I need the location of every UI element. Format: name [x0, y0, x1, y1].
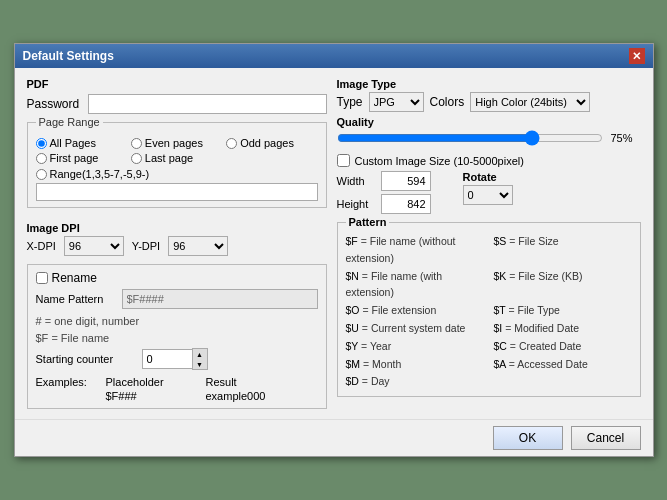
page-range-section: Page Range All Pages Even pages Odd p: [27, 122, 327, 208]
pattern-item-Y: $Y = Year: [346, 338, 484, 355]
rename-label: Rename: [52, 271, 97, 285]
width-row: Width: [337, 171, 431, 191]
dpi-label: Image DPI: [27, 222, 327, 234]
counter-label: Starting counter: [36, 353, 136, 365]
height-input[interactable]: [381, 194, 431, 214]
examples-label: Examples:: [36, 376, 106, 388]
page-range-title: Page Range: [36, 116, 103, 128]
width-input[interactable]: [381, 171, 431, 191]
range-row: Range(1,3,5-7,-5,9-): [36, 168, 318, 180]
dpi-section: Image DPI X-DPI 96 72 150 200 300 Y-DPI …: [27, 222, 327, 256]
examples-section: Examples: Placeholder Result $F### examp…: [36, 376, 318, 402]
type-select[interactable]: JPG PNG BMP TIFF: [369, 92, 424, 112]
quality-slider[interactable]: [337, 130, 603, 146]
width-label: Width: [337, 175, 377, 187]
right-panel: Image Type Type JPG PNG BMP TIFF Colors …: [337, 78, 641, 409]
radio-odd-pages[interactable]: Odd pages: [226, 137, 317, 149]
radio-first-page[interactable]: First page: [36, 152, 127, 164]
example-result: example000: [206, 390, 306, 402]
cancel-button[interactable]: Cancel: [571, 426, 641, 450]
range-text-input[interactable]: [36, 183, 318, 201]
result-col-header: Result: [206, 376, 306, 388]
pdf-password-row: Password: [27, 94, 327, 114]
dpi-row: X-DPI 96 72 150 200 300 Y-DPI 96 72 1: [27, 236, 327, 256]
help-line1: # = one digit, number: [36, 313, 318, 330]
pattern-item-N: $N = File name (with extension): [346, 268, 484, 302]
radio-even-pages[interactable]: Even pages: [131, 137, 222, 149]
dialog-content: PDF Password Page Range All Pages: [15, 68, 653, 419]
rotate-select[interactable]: 0 90 180 270: [463, 185, 513, 205]
radio-range[interactable]: Range(1,3,5-7,-5,9-): [36, 168, 150, 180]
pattern-item-O: $O = File extension: [346, 302, 484, 319]
dialog-title: Default Settings: [23, 49, 114, 63]
radio-all-pages[interactable]: All Pages: [36, 137, 127, 149]
name-pattern-label: Name Pattern: [36, 293, 116, 305]
type-label: Type: [337, 95, 363, 109]
dialog-footer: OK Cancel: [15, 419, 653, 456]
dialog-window: Default Settings ✕ PDF Password Page Ran…: [14, 43, 654, 457]
pattern-item-T: $T = File Type: [494, 302, 632, 319]
pattern-item-C: $C = Created Date: [494, 338, 632, 355]
ok-button[interactable]: OK: [493, 426, 563, 450]
example-placeholder: $F###: [106, 390, 206, 402]
pattern-item-K: $K = File Size (KB): [494, 268, 632, 302]
pattern-section-title: Pattern: [346, 216, 390, 228]
placeholder-col-header: Placeholder: [106, 376, 206, 388]
rotate-area: Rotate 0 90 180 270: [463, 171, 513, 205]
left-panel: PDF Password Page Range All Pages: [27, 78, 327, 409]
password-label: Password: [27, 97, 82, 111]
rename-section: Rename Name Pattern # = one digit, numbe…: [27, 264, 327, 409]
rotate-label: Rotate: [463, 171, 513, 183]
pdf-label: PDF: [27, 78, 327, 90]
pattern-item-I: $I = Modified Date: [494, 320, 632, 337]
counter-down-button[interactable]: ▼: [193, 359, 207, 369]
quality-section: Quality 75%: [337, 116, 641, 146]
title-bar: Default Settings ✕: [15, 44, 653, 68]
close-button[interactable]: ✕: [629, 48, 645, 64]
pattern-item-U: $U = Current system date: [346, 320, 484, 337]
pattern-item-S: $S = File Size: [494, 233, 632, 267]
rename-header: Rename: [36, 271, 318, 285]
image-type-section: Image Type Type JPG PNG BMP TIFF Colors …: [337, 78, 641, 146]
image-type-row: Type JPG PNG BMP TIFF Colors High Color …: [337, 92, 641, 112]
pattern-help: # = one digit, number $F = File name: [36, 313, 318, 346]
radio-last-page[interactable]: Last page: [131, 152, 222, 164]
name-pattern-input[interactable]: [122, 289, 318, 309]
custom-size-checkbox-row: Custom Image Size (10-5000pixel): [337, 154, 641, 167]
ydpi-select[interactable]: 96 72 150 200 300: [168, 236, 228, 256]
height-label: Height: [337, 198, 377, 210]
xdpi-label: X-DPI: [27, 240, 56, 252]
counter-input[interactable]: [142, 349, 192, 369]
quality-slider-row: 75%: [337, 130, 641, 146]
size-fields: Width Height: [337, 171, 431, 214]
pdf-section: Password: [27, 94, 327, 114]
custom-size-rotate-area: Custom Image Size (10-5000pixel) Width H…: [337, 154, 641, 214]
pattern-item-F: $F = File name (without extension): [346, 233, 484, 267]
examples-header: Examples: Placeholder Result: [36, 376, 318, 388]
pattern-grid: $F = File name (without extension) $S = …: [346, 233, 632, 390]
image-type-label: Image Type: [337, 78, 641, 90]
xdpi-select[interactable]: 96 72 150 200 300: [64, 236, 124, 256]
custom-size-checkbox[interactable]: [337, 154, 350, 167]
counter-input-wrap: ▲ ▼: [142, 348, 208, 370]
counter-row: Starting counter ▲ ▼: [36, 348, 318, 370]
counter-spin: ▲ ▼: [192, 348, 208, 370]
pattern-item-D: $D = Day: [346, 373, 484, 390]
pattern-item-M: $M = Month: [346, 356, 484, 373]
quality-percent: 75%: [611, 132, 641, 144]
pattern-item-A: $A = Accessed Date: [494, 356, 632, 373]
password-input[interactable]: [88, 94, 327, 114]
counter-up-button[interactable]: ▲: [193, 349, 207, 359]
page-range-radio-group: All Pages Even pages Odd pages Firs: [36, 137, 318, 164]
quality-label: Quality: [337, 116, 641, 128]
help-line2: $F = File name: [36, 330, 318, 347]
name-pattern-row: Name Pattern: [36, 289, 318, 309]
custom-size-label: Custom Image Size (10-5000pixel): [355, 155, 524, 167]
rename-checkbox[interactable]: [36, 272, 48, 284]
colors-select[interactable]: High Color (24bits) 256 Colors (8bits) G…: [470, 92, 590, 112]
size-rotate-row: Width Height Rotate 0: [337, 171, 641, 214]
pattern-section: Pattern $F = File name (without extensio…: [337, 222, 641, 397]
height-row: Height: [337, 194, 431, 214]
colors-label: Colors: [430, 95, 465, 109]
main-area: PDF Password Page Range All Pages: [15, 68, 653, 419]
